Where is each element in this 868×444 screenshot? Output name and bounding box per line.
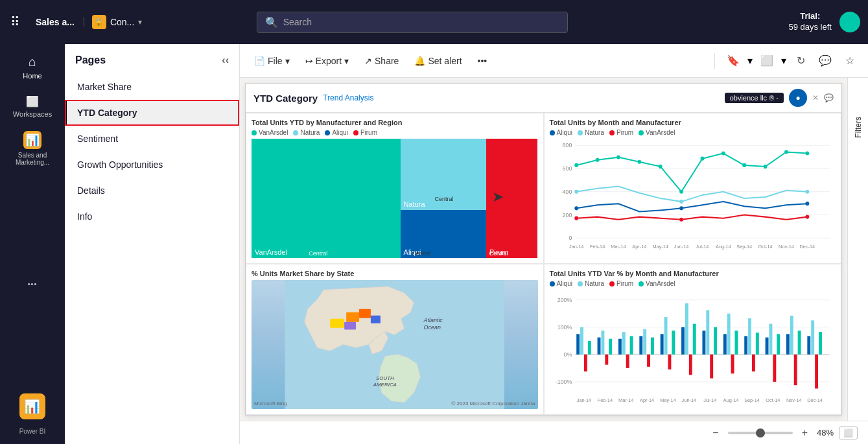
svg-rect-92 xyxy=(723,334,726,355)
export-button[interactable]: ↦ Export ▾ xyxy=(299,52,355,70)
zoom-minus-button[interactable]: − xyxy=(709,426,722,440)
svg-rect-97 xyxy=(748,318,751,355)
svg-text:Feb-14: Feb-14 xyxy=(597,397,613,403)
svg-rect-109 xyxy=(811,320,814,355)
svg-point-23 xyxy=(679,200,683,204)
treemap-chart: VanArsdel Natura Central Aliqui xyxy=(252,139,538,258)
sidebar-item-home[interactable]: ⌂ Home xyxy=(0,49,65,85)
page-item-sentiment[interactable]: Sentiment xyxy=(65,126,239,152)
bell-icon: 🔔 xyxy=(414,56,425,66)
search-input[interactable] xyxy=(283,17,559,27)
linechart-panel: Total Units by Month and Manufacturer Al… xyxy=(544,113,842,264)
search-bar[interactable]: 🔍 xyxy=(257,12,568,33)
svg-rect-95 xyxy=(734,331,738,355)
zoom-level-label: 48% xyxy=(817,428,834,438)
treemap-title: Total Units YTD by Manufacturer and Regi… xyxy=(252,119,538,126)
svg-rect-107 xyxy=(797,331,801,355)
svg-rect-81 xyxy=(664,317,667,355)
filters-label[interactable]: Filters xyxy=(854,117,863,138)
svg-text:AMERICA: AMERICA xyxy=(373,382,397,388)
fullscreen-button[interactable]: ⬜ xyxy=(757,51,777,71)
svg-rect-70 xyxy=(605,355,608,365)
more-options-button[interactable]: ••• xyxy=(471,52,494,70)
share-icon: ↗ xyxy=(364,56,372,66)
svg-text:200: 200 xyxy=(562,211,572,218)
page-item-ytd-category[interactable]: YTD Category xyxy=(65,100,239,126)
trial-badge: Trial: 59 days left xyxy=(788,11,832,33)
svg-rect-50 xyxy=(344,322,356,330)
pages-title: Pages xyxy=(75,54,106,66)
svg-text:Dec-14: Dec-14 xyxy=(799,244,815,250)
svg-point-15 xyxy=(679,190,683,194)
close-panel-icon[interactable]: ✕ xyxy=(812,93,819,102)
legend-pirum-bar: Pirum xyxy=(609,280,633,287)
legend-vanarsdel-bar: VanArsdel xyxy=(639,280,675,287)
svg-rect-105 xyxy=(790,316,793,355)
sidebar-item-sales[interactable]: 📊 Sales and Marketing... xyxy=(0,126,65,171)
file-icon: 📄 xyxy=(254,56,265,66)
apps-grid-icon[interactable]: ⠿ xyxy=(8,12,23,32)
file-button[interactable]: 📄 File ▾ xyxy=(248,52,296,70)
svg-text:Mar-14: Mar-14 xyxy=(611,244,626,250)
legend-vanarsdel: VanArsdel xyxy=(252,129,288,136)
pages-panel: Pages ‹‹ Market Share YTD Category Senti… xyxy=(65,44,240,444)
page-item-details[interactable]: Details xyxy=(65,178,239,204)
treemap-legend: VanArsdel Natura Aliqui xyxy=(252,129,538,136)
bookmark-button[interactable]: 🔖 xyxy=(723,51,744,71)
svg-rect-76 xyxy=(639,336,642,354)
page-item-market-share[interactable]: Market Share xyxy=(65,74,239,100)
treemap-cell-vanarsdel: VanArsdel xyxy=(252,139,401,258)
comment-button[interactable]: 💬 xyxy=(815,51,836,71)
svg-point-18 xyxy=(742,163,746,167)
page-item-info[interactable]: Info xyxy=(65,204,239,229)
sidebar-item-more[interactable]: ••• xyxy=(0,275,65,293)
share-button[interactable]: ↗ Share xyxy=(358,52,405,70)
barchart-legend: Aliqui Natura Pirum xyxy=(550,280,836,287)
svg-rect-86 xyxy=(688,355,692,375)
svg-rect-111 xyxy=(819,332,822,355)
pages-collapse-button[interactable]: ‹‹ xyxy=(222,54,229,66)
svg-rect-93 xyxy=(727,314,730,355)
report-body: Total Units YTD by Manufacturer and Regi… xyxy=(246,113,841,415)
user-avatar[interactable] xyxy=(839,12,860,32)
favorite-button[interactable]: ☆ xyxy=(839,51,860,71)
svg-rect-104 xyxy=(786,334,789,355)
svg-point-30 xyxy=(805,215,809,219)
svg-rect-73 xyxy=(622,332,625,355)
svg-rect-78 xyxy=(647,355,650,367)
bookmark-chevron-icon[interactable]: ▾ xyxy=(747,54,753,67)
svg-text:0: 0 xyxy=(569,235,572,241)
refresh-button[interactable]: ↻ xyxy=(790,51,811,71)
zoom-fit-button[interactable]: ⬜ xyxy=(839,426,858,439)
svg-text:Apr-14: Apr-14 xyxy=(632,244,646,250)
svg-rect-66 xyxy=(583,355,587,371)
svg-point-29 xyxy=(679,218,683,222)
svg-text:Oct-14: Oct-14 xyxy=(758,244,772,250)
sales-icon: 📊 xyxy=(23,131,41,149)
zoom-plus-button[interactable]: + xyxy=(798,426,812,440)
linechart-legend: Aliqui Natura Pirum xyxy=(550,129,836,136)
svg-rect-79 xyxy=(650,338,653,355)
page-item-growth-opportunities[interactable]: Growth Opportunities xyxy=(65,152,239,178)
svg-text:Dec-14: Dec-14 xyxy=(807,397,823,403)
svg-rect-71 xyxy=(609,339,612,355)
map-panel: % Units Market Share by State xyxy=(246,264,544,415)
svg-text:0%: 0% xyxy=(563,351,572,358)
svg-text:600: 600 xyxy=(562,165,572,172)
fullscreen-chevron-icon[interactable]: ▾ xyxy=(781,54,786,67)
svg-text:Atlantic: Atlantic xyxy=(423,317,443,323)
legend-natura-bar: Natura xyxy=(578,280,604,287)
toolbar-separator xyxy=(714,53,715,69)
search-icon: 🔍 xyxy=(265,16,278,29)
workspace-selector[interactable]: 🔒 Con... ▾ xyxy=(92,15,142,29)
workspace-chevron-icon: ▾ xyxy=(138,18,142,27)
export-icon: ↦ xyxy=(305,56,313,66)
sidebar-item-workspaces[interactable]: ⬜ Workspaces xyxy=(0,90,65,123)
comment-report-icon[interactable]: 💬 xyxy=(824,93,834,102)
svg-text:Jul-14: Jul-14 xyxy=(696,244,709,250)
zoom-slider[interactable] xyxy=(728,432,793,434)
svg-text:SOUTH: SOUTH xyxy=(376,375,394,381)
svg-text:Feb-14: Feb-14 xyxy=(589,244,604,250)
svg-text:Aug-14: Aug-14 xyxy=(716,244,731,250)
set-alert-button[interactable]: 🔔 Set alert xyxy=(408,52,468,70)
